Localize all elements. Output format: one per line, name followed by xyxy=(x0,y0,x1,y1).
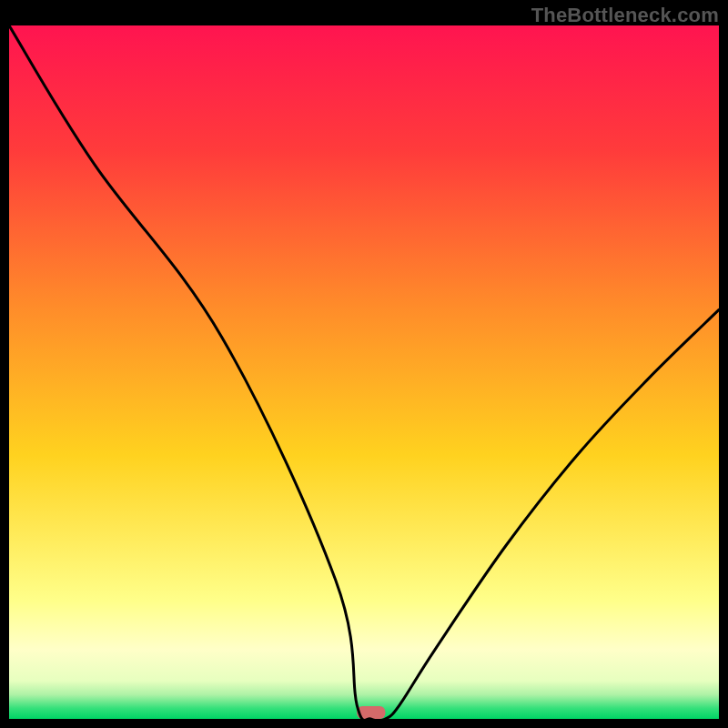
plot-area xyxy=(9,25,719,719)
chart-frame: TheBottleneck.com xyxy=(0,0,728,728)
attribution-label: TheBottleneck.com xyxy=(531,4,719,27)
gradient-background xyxy=(9,25,719,719)
bottleneck-chart xyxy=(9,25,719,719)
